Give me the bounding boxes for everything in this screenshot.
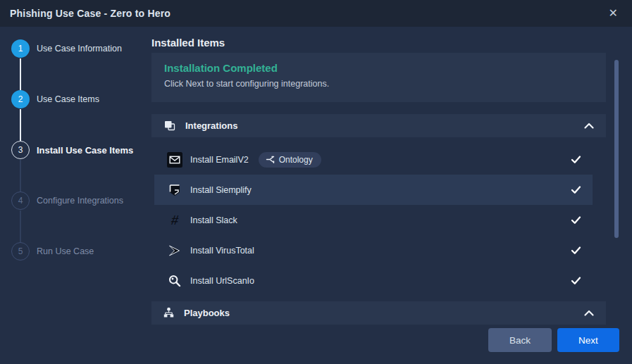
stepper-connector-4-5 xyxy=(20,211,21,242)
step-circle-5: 5 xyxy=(11,242,30,261)
item-label: Install VirusTotal xyxy=(190,246,254,256)
siemplify-icon xyxy=(167,182,182,198)
item-label: Install UrlScanIo xyxy=(190,276,254,286)
virustotal-icon xyxy=(167,243,182,258)
chevron-up-icon[interactable] xyxy=(583,309,595,317)
list-item-install-virustotal[interactable]: Install VirusTotal xyxy=(154,235,593,265)
slack-icon: # xyxy=(167,213,182,228)
urlscan-magnifier-icon xyxy=(167,273,182,289)
item-label: Install Siemplify xyxy=(190,185,252,195)
close-icon[interactable]: ✕ xyxy=(606,6,621,20)
section-header-integrations[interactable]: Integrations xyxy=(151,114,606,137)
badge-label: Ontology xyxy=(279,155,313,165)
step-label-1: Use Case Information xyxy=(37,44,122,54)
stepper-connector-3-4 xyxy=(20,160,21,192)
check-icon xyxy=(571,246,581,255)
section-label-playbooks: Playbooks xyxy=(184,308,583,318)
page-title: Installed Items xyxy=(151,37,225,49)
section-header-playbooks[interactable]: Playbooks xyxy=(151,301,606,325)
check-icon xyxy=(571,215,581,225)
check-icon xyxy=(571,185,581,194)
step-circle-1: 1 xyxy=(11,39,30,58)
dialog-titlebar: Phishing Use Case - Zero to Hero ✕ xyxy=(0,0,632,27)
step-circle-2: 2 xyxy=(11,90,30,108)
installation-status-subtitle: Click Next to start configuring integrat… xyxy=(164,79,593,89)
step-circle-3: 3 xyxy=(11,141,30,159)
list-item-install-slack[interactable]: # Install Slack xyxy=(154,205,593,235)
chevron-up-icon[interactable] xyxy=(583,122,595,130)
item-label: Install Slack xyxy=(190,215,237,225)
section-label-integrations: Integrations xyxy=(185,120,583,131)
scrollbar-thumb[interactable] xyxy=(614,60,619,238)
installation-status-title: Installation Completed xyxy=(164,62,593,74)
integrations-icon xyxy=(163,119,176,132)
use-case-wizard-dialog: Phishing Use Case - Zero to Hero ✕ 1 Use… xyxy=(0,0,632,364)
installation-status-panel: Installation Completed Click Next to sta… xyxy=(151,53,606,102)
email-icon xyxy=(167,152,182,168)
ontology-badge[interactable]: Ontology xyxy=(259,152,321,168)
ontology-branch-icon xyxy=(266,155,275,164)
dialog-title: Phishing Use Case - Zero to Hero xyxy=(10,8,171,19)
check-icon xyxy=(571,276,581,285)
check-icon xyxy=(571,155,581,164)
list-item-install-urlscanio[interactable]: Install UrlScanIo xyxy=(154,265,593,296)
list-item-install-emailv2[interactable]: Install EmailV2 Ontology xyxy=(154,144,593,175)
list-item-install-siemplify[interactable]: Install Siemplify xyxy=(154,175,593,205)
stepper-connector-2-3 xyxy=(20,109,21,141)
back-button[interactable]: Back xyxy=(488,328,552,352)
step-label-4: Configure Integrations xyxy=(37,196,123,206)
item-label: Install EmailV2 xyxy=(190,155,249,165)
stepper-connector-1-2 xyxy=(20,58,21,90)
step-circle-4: 4 xyxy=(11,192,30,210)
step-label-5: Run Use Case xyxy=(37,246,94,256)
next-button[interactable]: Next xyxy=(557,328,619,352)
step-label-2: Use Case Items xyxy=(37,94,99,104)
playbooks-icon xyxy=(163,307,175,319)
step-label-3: Install Use Case Items xyxy=(37,145,133,156)
